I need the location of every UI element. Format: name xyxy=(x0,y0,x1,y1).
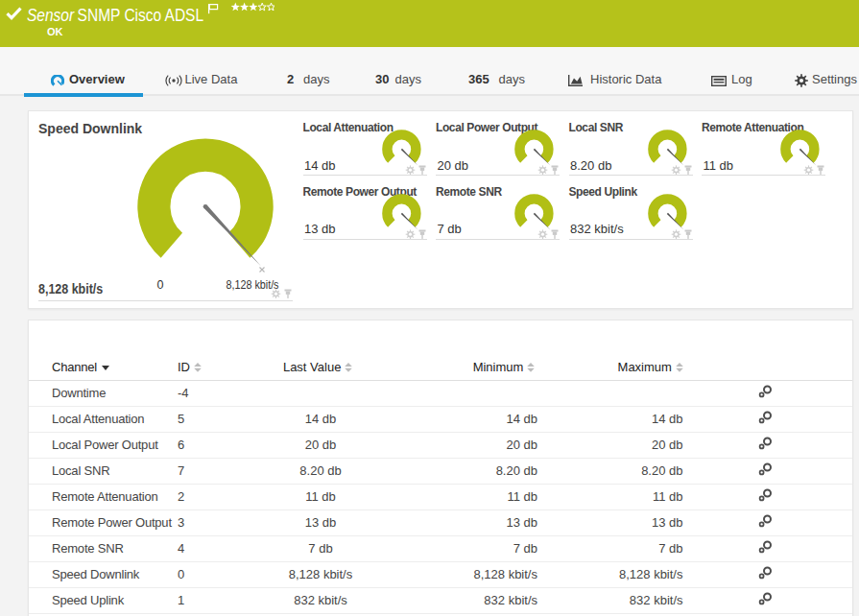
svg-text:0: 0 xyxy=(157,278,164,292)
